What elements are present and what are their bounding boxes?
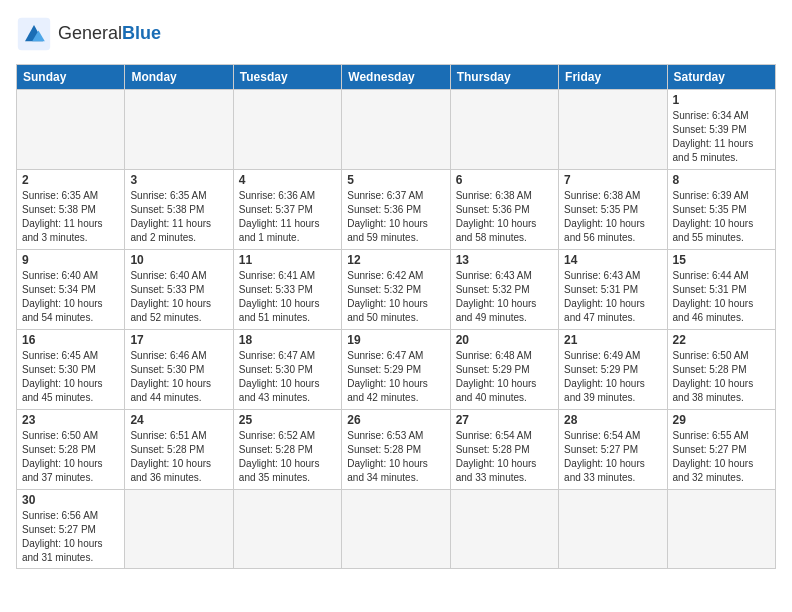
- day-number: 4: [239, 173, 336, 187]
- calendar-day-cell: 24Sunrise: 6:51 AM Sunset: 5:28 PM Dayli…: [125, 410, 233, 490]
- day-info: Sunrise: 6:41 AM Sunset: 5:33 PM Dayligh…: [239, 269, 336, 325]
- day-info: Sunrise: 6:47 AM Sunset: 5:30 PM Dayligh…: [239, 349, 336, 405]
- calendar-day-cell: 12Sunrise: 6:42 AM Sunset: 5:32 PM Dayli…: [342, 250, 450, 330]
- calendar-day-cell: [233, 90, 341, 170]
- day-header-monday: Monday: [125, 65, 233, 90]
- calendar-day-cell: 25Sunrise: 6:52 AM Sunset: 5:28 PM Dayli…: [233, 410, 341, 490]
- page-header: GeneralBlue: [16, 16, 776, 52]
- day-info: Sunrise: 6:40 AM Sunset: 5:34 PM Dayligh…: [22, 269, 119, 325]
- day-info: Sunrise: 6:43 AM Sunset: 5:32 PM Dayligh…: [456, 269, 553, 325]
- day-header-saturday: Saturday: [667, 65, 775, 90]
- day-info: Sunrise: 6:54 AM Sunset: 5:27 PM Dayligh…: [564, 429, 661, 485]
- day-number: 16: [22, 333, 119, 347]
- calendar-day-cell: 21Sunrise: 6:49 AM Sunset: 5:29 PM Dayli…: [559, 330, 667, 410]
- calendar-day-cell: [233, 490, 341, 569]
- day-number: 27: [456, 413, 553, 427]
- calendar-day-cell: 14Sunrise: 6:43 AM Sunset: 5:31 PM Dayli…: [559, 250, 667, 330]
- day-info: Sunrise: 6:38 AM Sunset: 5:36 PM Dayligh…: [456, 189, 553, 245]
- day-info: Sunrise: 6:35 AM Sunset: 5:38 PM Dayligh…: [130, 189, 227, 245]
- day-info: Sunrise: 6:44 AM Sunset: 5:31 PM Dayligh…: [673, 269, 770, 325]
- calendar-day-cell: [125, 490, 233, 569]
- calendar-header-row: SundayMondayTuesdayWednesdayThursdayFrid…: [17, 65, 776, 90]
- calendar-day-cell: [559, 90, 667, 170]
- day-number: 15: [673, 253, 770, 267]
- day-info: Sunrise: 6:48 AM Sunset: 5:29 PM Dayligh…: [456, 349, 553, 405]
- calendar-day-cell: 15Sunrise: 6:44 AM Sunset: 5:31 PM Dayli…: [667, 250, 775, 330]
- calendar-day-cell: [450, 90, 558, 170]
- calendar-day-cell: 29Sunrise: 6:55 AM Sunset: 5:27 PM Dayli…: [667, 410, 775, 490]
- day-info: Sunrise: 6:46 AM Sunset: 5:30 PM Dayligh…: [130, 349, 227, 405]
- day-number: 14: [564, 253, 661, 267]
- calendar-day-cell: 5Sunrise: 6:37 AM Sunset: 5:36 PM Daylig…: [342, 170, 450, 250]
- day-number: 19: [347, 333, 444, 347]
- calendar-day-cell: [559, 490, 667, 569]
- calendar-day-cell: [667, 490, 775, 569]
- day-number: 17: [130, 333, 227, 347]
- calendar-day-cell: 30Sunrise: 6:56 AM Sunset: 5:27 PM Dayli…: [17, 490, 125, 569]
- day-number: 24: [130, 413, 227, 427]
- day-number: 8: [673, 173, 770, 187]
- day-info: Sunrise: 6:53 AM Sunset: 5:28 PM Dayligh…: [347, 429, 444, 485]
- calendar-day-cell: 17Sunrise: 6:46 AM Sunset: 5:30 PM Dayli…: [125, 330, 233, 410]
- day-number: 23: [22, 413, 119, 427]
- day-info: Sunrise: 6:39 AM Sunset: 5:35 PM Dayligh…: [673, 189, 770, 245]
- day-number: 6: [456, 173, 553, 187]
- day-header-friday: Friday: [559, 65, 667, 90]
- day-info: Sunrise: 6:55 AM Sunset: 5:27 PM Dayligh…: [673, 429, 770, 485]
- day-number: 28: [564, 413, 661, 427]
- day-info: Sunrise: 6:37 AM Sunset: 5:36 PM Dayligh…: [347, 189, 444, 245]
- day-number: 13: [456, 253, 553, 267]
- day-number: 2: [22, 173, 119, 187]
- day-info: Sunrise: 6:40 AM Sunset: 5:33 PM Dayligh…: [130, 269, 227, 325]
- calendar-table: SundayMondayTuesdayWednesdayThursdayFrid…: [16, 64, 776, 569]
- day-info: Sunrise: 6:56 AM Sunset: 5:27 PM Dayligh…: [22, 509, 119, 565]
- day-info: Sunrise: 6:47 AM Sunset: 5:29 PM Dayligh…: [347, 349, 444, 405]
- calendar-day-cell: 4Sunrise: 6:36 AM Sunset: 5:37 PM Daylig…: [233, 170, 341, 250]
- calendar-day-cell: 6Sunrise: 6:38 AM Sunset: 5:36 PM Daylig…: [450, 170, 558, 250]
- calendar-day-cell: 2Sunrise: 6:35 AM Sunset: 5:38 PM Daylig…: [17, 170, 125, 250]
- day-number: 20: [456, 333, 553, 347]
- day-number: 30: [22, 493, 119, 507]
- calendar-day-cell: 9Sunrise: 6:40 AM Sunset: 5:34 PM Daylig…: [17, 250, 125, 330]
- logo-icon: [16, 16, 52, 52]
- day-number: 26: [347, 413, 444, 427]
- calendar-day-cell: [342, 90, 450, 170]
- day-info: Sunrise: 6:50 AM Sunset: 5:28 PM Dayligh…: [673, 349, 770, 405]
- calendar-week-row: 30Sunrise: 6:56 AM Sunset: 5:27 PM Dayli…: [17, 490, 776, 569]
- day-info: Sunrise: 6:50 AM Sunset: 5:28 PM Dayligh…: [22, 429, 119, 485]
- calendar-day-cell: 27Sunrise: 6:54 AM Sunset: 5:28 PM Dayli…: [450, 410, 558, 490]
- calendar-day-cell: [17, 90, 125, 170]
- calendar-day-cell: 22Sunrise: 6:50 AM Sunset: 5:28 PM Dayli…: [667, 330, 775, 410]
- calendar-day-cell: 3Sunrise: 6:35 AM Sunset: 5:38 PM Daylig…: [125, 170, 233, 250]
- calendar-day-cell: 1Sunrise: 6:34 AM Sunset: 5:39 PM Daylig…: [667, 90, 775, 170]
- day-number: 29: [673, 413, 770, 427]
- day-header-tuesday: Tuesday: [233, 65, 341, 90]
- calendar-day-cell: 16Sunrise: 6:45 AM Sunset: 5:30 PM Dayli…: [17, 330, 125, 410]
- day-info: Sunrise: 6:34 AM Sunset: 5:39 PM Dayligh…: [673, 109, 770, 165]
- day-number: 1: [673, 93, 770, 107]
- calendar-week-row: 1Sunrise: 6:34 AM Sunset: 5:39 PM Daylig…: [17, 90, 776, 170]
- calendar-day-cell: 19Sunrise: 6:47 AM Sunset: 5:29 PM Dayli…: [342, 330, 450, 410]
- day-info: Sunrise: 6:51 AM Sunset: 5:28 PM Dayligh…: [130, 429, 227, 485]
- calendar-day-cell: 18Sunrise: 6:47 AM Sunset: 5:30 PM Dayli…: [233, 330, 341, 410]
- calendar-day-cell: [125, 90, 233, 170]
- logo: GeneralBlue: [16, 16, 161, 52]
- day-number: 11: [239, 253, 336, 267]
- day-number: 7: [564, 173, 661, 187]
- calendar-week-row: 2Sunrise: 6:35 AM Sunset: 5:38 PM Daylig…: [17, 170, 776, 250]
- calendar-day-cell: 8Sunrise: 6:39 AM Sunset: 5:35 PM Daylig…: [667, 170, 775, 250]
- calendar-day-cell: [342, 490, 450, 569]
- calendar-day-cell: 26Sunrise: 6:53 AM Sunset: 5:28 PM Dayli…: [342, 410, 450, 490]
- day-number: 18: [239, 333, 336, 347]
- calendar-day-cell: 11Sunrise: 6:41 AM Sunset: 5:33 PM Dayli…: [233, 250, 341, 330]
- day-number: 21: [564, 333, 661, 347]
- calendar-day-cell: 28Sunrise: 6:54 AM Sunset: 5:27 PM Dayli…: [559, 410, 667, 490]
- day-info: Sunrise: 6:35 AM Sunset: 5:38 PM Dayligh…: [22, 189, 119, 245]
- day-info: Sunrise: 6:42 AM Sunset: 5:32 PM Dayligh…: [347, 269, 444, 325]
- day-info: Sunrise: 6:54 AM Sunset: 5:28 PM Dayligh…: [456, 429, 553, 485]
- day-number: 12: [347, 253, 444, 267]
- day-number: 10: [130, 253, 227, 267]
- day-info: Sunrise: 6:49 AM Sunset: 5:29 PM Dayligh…: [564, 349, 661, 405]
- day-number: 9: [22, 253, 119, 267]
- calendar-day-cell: 23Sunrise: 6:50 AM Sunset: 5:28 PM Dayli…: [17, 410, 125, 490]
